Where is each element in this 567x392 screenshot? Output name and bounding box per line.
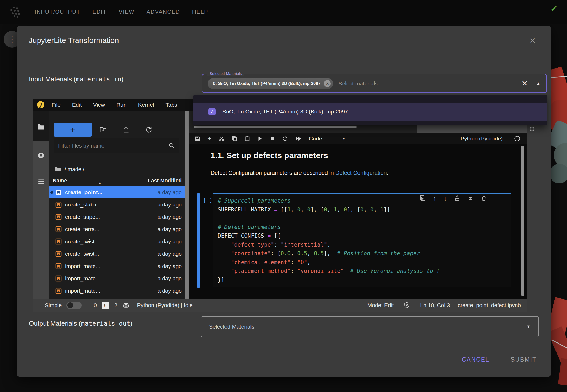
delete-cell-button[interactable] (481, 195, 487, 202)
topbar-menu-item[interactable]: ADVANCED (147, 9, 180, 15)
mode-indicator[interactable]: Mode: Edit (367, 302, 394, 308)
kernels-count[interactable]: 2 (114, 302, 117, 308)
material-option-row[interactable]: ✓ SnO, Tin Oxide, TET (P4/nmm) 3D (Bulk)… (193, 103, 547, 121)
chevron-down-icon[interactable]: ▾ (343, 136, 345, 141)
new-launcher-button[interactable]: + (54, 123, 92, 137)
cell-type-select[interactable]: Code (309, 135, 322, 142)
file-modified: a day ago (114, 263, 185, 269)
file-row[interactable]: import_mate...a day ago (49, 260, 185, 272)
filter-files-input[interactable] (58, 142, 169, 149)
cancel-button[interactable]: CANCEL (460, 356, 491, 363)
insert-cell-above-button[interactable] (454, 195, 460, 202)
restart-kernel-button[interactable] (282, 135, 288, 141)
running-kernel-indicator (50, 191, 53, 194)
file-row[interactable]: create_supe...a day ago (49, 211, 185, 223)
topbar-menu-item[interactable]: INPUT/OUTPUT (35, 9, 80, 15)
notebook-panel: + (189, 111, 527, 299)
insert-cell-button[interactable]: + (207, 135, 212, 142)
refresh-file-list-button[interactable] (145, 126, 152, 133)
jupyterlab-menu-item[interactable]: Run (116, 102, 127, 108)
notebook-scrollbar[interactable] (521, 146, 524, 296)
file-browser-tab[interactable] (37, 124, 45, 130)
restart-run-all-button[interactable] (295, 136, 302, 141)
file-row[interactable]: create_terra...a day ago (49, 223, 185, 235)
jupyterlab-menu-item[interactable]: View (93, 102, 105, 108)
dropdown-arrow-icon: ▼ (526, 324, 531, 329)
checkbox-checked-icon[interactable]: ✓ (208, 108, 216, 115)
jupyterlab-menu-item[interactable]: Edit (72, 102, 82, 108)
panel-splitter[interactable] (185, 111, 189, 299)
file-row[interactable]: import_mate...a day ago (49, 272, 185, 285)
trust-shield-icon (404, 302, 410, 309)
cursor-position[interactable]: Ln 10, Col 3 (420, 302, 450, 308)
jupyterlab-menu-item[interactable]: Tabs (165, 102, 177, 108)
cut-cells-button[interactable] (219, 136, 224, 141)
output-select-value: Selected Materials (209, 324, 254, 330)
clear-selection-icon[interactable]: ✕ (522, 80, 528, 87)
notebook-file-icon (55, 214, 62, 220)
material-chip-label: 0: SnO, Tin Oxide, TET (P4/nmm) 3D (Bulk… (213, 81, 320, 86)
cell-collapser-bar[interactable] (197, 193, 200, 288)
run-cell-button[interactable] (257, 136, 263, 141)
paste-cells-button[interactable] (244, 136, 250, 141)
file-name: import_mate... (65, 275, 100, 282)
save-button[interactable] (195, 136, 200, 141)
tabbar-scrollbar[interactable] (194, 126, 357, 128)
code-editor[interactable]: # Supercell parametersSUPERCELL_MATRIX =… (218, 197, 506, 284)
kernel-status-text[interactable]: Python (Pyodide) | Idle (137, 302, 193, 308)
code-cell[interactable]: # Supercell parametersSUPERCELL_MATRIX =… (213, 193, 511, 287)
move-cell-up-button[interactable]: ↑ (433, 195, 436, 202)
jupyterlab-menu-item[interactable]: File (52, 102, 61, 108)
file-modified: a day ago (114, 288, 185, 294)
file-name: create_supe... (65, 214, 100, 220)
topbar-menu-item[interactable]: EDIT (92, 9, 106, 15)
gear-icon[interactable] (528, 126, 536, 133)
filter-files-box[interactable] (54, 138, 179, 153)
move-cell-down-button[interactable]: ↓ (443, 195, 447, 202)
notebook-file-icon (55, 275, 62, 282)
chip-remove-icon[interactable]: ✕ (324, 80, 331, 87)
file-modified: a day ago (114, 238, 185, 245)
kernel-name-button[interactable]: Python (Pyodide) (461, 135, 503, 142)
file-modified: a day ago (114, 251, 185, 257)
simple-mode-toggle[interactable] (66, 302, 82, 309)
output-materials-select[interactable]: Selected Materials ▼ (201, 316, 539, 337)
markdown-paragraph: Defect Configuration parameters are desc… (211, 170, 388, 176)
jupyterlab-menu-item[interactable]: Kernel (138, 102, 154, 108)
selected-materials-field[interactable]: Selected Materials 0: SnO, Tin Oxide, TE… (202, 74, 547, 93)
material-chip[interactable]: 0: SnO, Tin Oxide, TET (P4/nmm) 3D (Bulk… (208, 78, 333, 89)
running-kernels-tab[interactable] (38, 152, 44, 159)
topbar-menu-item[interactable]: HELP (192, 9, 208, 15)
defect-configuration-link[interactable]: Defect Configuration (335, 170, 387, 176)
new-folder-button[interactable] (100, 126, 107, 133)
code-line: "placement_method": "voronoi_site" # Use… (218, 267, 506, 276)
file-list: create_point...a day agocreate_slab.i...… (49, 186, 185, 297)
table-of-contents-tab[interactable] (37, 178, 45, 184)
close-dialog-button[interactable]: ✕ (529, 37, 536, 45)
file-row[interactable]: create_twist...a day ago (49, 235, 185, 248)
file-row[interactable]: create_twist...a day ago (49, 248, 185, 260)
material-search-input[interactable] (338, 80, 519, 87)
copy-cells-button[interactable] (232, 136, 237, 141)
app-logo-icon[interactable] (9, 6, 21, 18)
collapse-dropdown-icon[interactable]: ▲ (536, 81, 541, 86)
dialog-divider (17, 344, 551, 344)
insert-cell-below-button[interactable] (467, 195, 474, 202)
kernel-status-icon[interactable] (514, 135, 520, 142)
file-row[interactable]: create_slab.i...a day ago (49, 198, 185, 211)
file-row[interactable]: create_point...a day ago (49, 186, 185, 198)
file-modified: a day ago (114, 202, 185, 208)
column-header-modified[interactable]: Last Modified (114, 176, 185, 186)
submit-button[interactable]: SUBMIT (509, 356, 538, 363)
breadcrumb[interactable]: / made / (55, 166, 84, 172)
file-row[interactable]: import_mate...a day ago (49, 285, 185, 297)
topbar-menu-item[interactable]: VIEW (119, 9, 135, 15)
column-header-name[interactable]: Name ▲ (49, 178, 114, 184)
duplicate-cell-button[interactable] (420, 195, 426, 202)
terminals-count[interactable]: 0 (94, 302, 97, 308)
upload-files-button[interactable] (122, 126, 130, 133)
backdrop-atom-gray (549, 164, 567, 183)
sort-ascending-icon: ▲ (98, 181, 101, 185)
input-materials-label: Input Materials (materials_in) (29, 75, 124, 83)
interrupt-kernel-button[interactable] (270, 136, 275, 141)
